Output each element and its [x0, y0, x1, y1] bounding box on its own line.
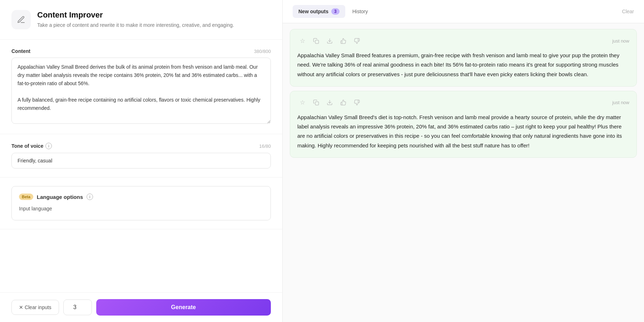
language-box: Beta Language options i Input language	[11, 186, 271, 220]
content-textarea[interactable]	[11, 58, 271, 124]
generate-button[interactable]: Generate	[96, 299, 271, 316]
output-tabs: New outputs 3 History Clear	[283, 0, 644, 23]
content-section: Content 380/800	[0, 40, 282, 134]
tab-history-label: History	[352, 9, 368, 14]
tab-history[interactable]: History	[347, 5, 374, 18]
tone-section: Tone of voice i 16/80	[0, 134, 282, 177]
count-input[interactable]	[63, 299, 92, 315]
tab-new-outputs[interactable]: New outputs 3	[293, 5, 345, 18]
output-timestamp-1: just now	[612, 38, 629, 44]
content-field-header: Content 380/800	[11, 48, 271, 54]
tool-title: Content Improver	[37, 10, 234, 20]
tone-label: Tone of voice i	[11, 143, 52, 149]
output-text-1: Appalachia Valley Small Breed features a…	[297, 51, 629, 79]
clear-inputs-button[interactable]: ✕ Clear inputs	[11, 300, 59, 315]
clear-outputs-button[interactable]: Clear	[622, 9, 634, 14]
content-counter: 380/800	[254, 49, 271, 54]
output-timestamp-2: just now	[612, 100, 629, 105]
svg-rect-2	[315, 102, 318, 105]
copy-icon[interactable]	[311, 98, 321, 108]
bottom-bar: ✕ Clear inputs Generate	[0, 292, 282, 322]
tone-input[interactable]	[11, 153, 271, 169]
left-panel: Content Improver Take a piece of content…	[0, 0, 283, 322]
output-card: ☆	[290, 91, 637, 158]
language-section: Beta Language options i Input language	[0, 177, 282, 229]
input-language-label: Input language	[19, 206, 263, 211]
download-icon[interactable]	[325, 36, 335, 46]
thumbs-up-icon[interactable]	[338, 98, 348, 108]
language-info-icon[interactable]: i	[87, 194, 93, 200]
tool-icon-wrapper	[11, 10, 31, 29]
output-card-actions: ☆	[297, 98, 629, 108]
outputs-list: ☆	[283, 23, 644, 322]
thumbs-up-icon[interactable]	[338, 36, 348, 46]
tone-counter: 16/80	[259, 143, 271, 149]
pencil-icon	[17, 15, 25, 24]
beta-badge: Beta	[19, 194, 33, 200]
language-header: Beta Language options i	[19, 194, 263, 200]
tone-info-icon[interactable]: i	[45, 143, 52, 149]
download-icon[interactable]	[325, 98, 335, 108]
right-panel: New outputs 3 History Clear ☆	[283, 0, 644, 322]
star-icon[interactable]: ☆	[297, 36, 307, 46]
output-card: ☆	[290, 29, 637, 87]
output-card-actions: ☆	[297, 36, 629, 46]
tab-new-outputs-badge: 3	[331, 8, 340, 15]
thumbs-down-icon[interactable]	[352, 36, 362, 46]
content-label: Content	[11, 48, 30, 54]
tab-new-outputs-label: New outputs	[298, 9, 328, 14]
thumbs-down-icon[interactable]	[352, 98, 362, 108]
tool-description: Take a piece of content and rewrite it t…	[37, 21, 234, 29]
language-options-title: Language options	[37, 194, 83, 200]
copy-icon[interactable]	[311, 36, 321, 46]
svg-rect-0	[315, 40, 318, 43]
tone-field-header: Tone of voice i 16/80	[11, 143, 271, 149]
star-icon[interactable]: ☆	[297, 98, 307, 108]
tool-header: Content Improver Take a piece of content…	[0, 0, 282, 40]
output-text-2: Appalachian Valley Small Breed's diet is…	[297, 113, 629, 150]
tool-info: Content Improver Take a piece of content…	[37, 10, 234, 29]
